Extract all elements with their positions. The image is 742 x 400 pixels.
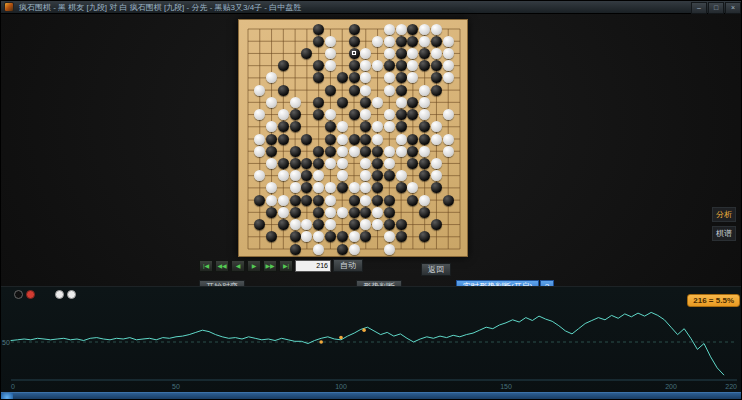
stone-white: [266, 195, 277, 206]
back-one-button[interactable]: ◀: [231, 260, 245, 272]
stone-white: [360, 195, 371, 206]
stone-white: [278, 109, 289, 120]
record-button[interactable]: 棋谱: [712, 226, 736, 241]
stone-black: [349, 60, 360, 71]
stone-white: [396, 134, 407, 145]
stone-black: [301, 195, 312, 206]
stone-black: [325, 85, 336, 96]
stone-black: [407, 134, 418, 145]
auto-play-button[interactable]: 自动: [333, 259, 363, 272]
stone-black: [407, 195, 418, 206]
stone-black: [313, 24, 324, 35]
stone-white: [325, 158, 336, 169]
stone-white: [337, 170, 348, 181]
stone-black: [384, 207, 395, 218]
stone-black: [407, 24, 418, 35]
stone-white: [349, 244, 360, 255]
stone-white: [278, 170, 289, 181]
svg-text:50: 50: [172, 383, 180, 390]
taskbar: [1, 392, 742, 400]
stone-white: [419, 85, 430, 96]
stone-black: [360, 134, 371, 145]
analysis-button[interactable]: 分析: [712, 207, 736, 222]
stone-white: [290, 97, 301, 108]
stone-white: [419, 146, 430, 157]
stone-black: [396, 219, 407, 230]
stone-black: [290, 244, 301, 255]
last-move-button[interactable]: ▶|: [279, 260, 293, 272]
stone-white: [349, 231, 360, 242]
stone-white: [290, 219, 301, 230]
stone-black: [313, 36, 324, 47]
stone-white: [372, 97, 383, 108]
stone-black: [349, 109, 360, 120]
stone-white: [325, 219, 336, 230]
close-button[interactable]: ×: [725, 2, 741, 14]
stone-white: [384, 48, 395, 59]
stone-white: [396, 24, 407, 35]
stone-black: [349, 36, 360, 47]
back-ten-button[interactable]: ◀◀: [215, 260, 229, 272]
stone-black: [290, 195, 301, 206]
minimize-button[interactable]: –: [691, 2, 707, 14]
titlebar: 疯石围棋 - 黑 棋友 [九段] 对 白 疯石围棋 [九段] - 分先 - 黑贴…: [1, 1, 742, 14]
back-button[interactable]: 返回: [421, 263, 451, 276]
stone-black: [290, 109, 301, 120]
stone-black: [384, 60, 395, 71]
forward-ten-button[interactable]: ▶▶: [263, 260, 277, 272]
stone-black: [325, 146, 336, 157]
stone-white: [349, 182, 360, 193]
svg-text:50: 50: [2, 339, 10, 346]
stone-black: [278, 85, 289, 96]
stone-black: [349, 24, 360, 35]
start-button[interactable]: [1, 393, 13, 400]
first-move-button[interactable]: |◀: [199, 260, 213, 272]
stone-white: [372, 207, 383, 218]
stone-white: [349, 146, 360, 157]
winrate-chart[interactable]: 50050100150200220: [1, 291, 742, 393]
stone-white: [443, 146, 454, 157]
stone-black: [396, 48, 407, 59]
stone-white: [419, 24, 430, 35]
go-board[interactable]: [238, 19, 468, 257]
stone-white: [325, 48, 336, 59]
svg-text:220: 220: [725, 383, 737, 390]
stone-black: [372, 158, 383, 169]
stone-white: [313, 244, 324, 255]
stone-white: [443, 134, 454, 145]
last-move-marker: [352, 51, 356, 55]
stone-white: [290, 182, 301, 193]
stone-white: [419, 97, 430, 108]
stone-black: [325, 134, 336, 145]
stone-white: [337, 134, 348, 145]
stone-black: [313, 97, 324, 108]
forward-one-button[interactable]: ▶: [247, 260, 261, 272]
app-icon: [4, 2, 14, 12]
stone-white: [254, 146, 265, 157]
stone-white: [419, 195, 430, 206]
stone-white: [254, 134, 265, 145]
stone-white: [372, 36, 383, 47]
stone-black: [349, 207, 360, 218]
stone-black: [313, 146, 324, 157]
stone-white: [254, 85, 265, 96]
stone-white: [443, 109, 454, 120]
move-number-input[interactable]: [295, 260, 331, 272]
stone-white: [443, 48, 454, 59]
stone-black: [301, 134, 312, 145]
stone-white: [431, 48, 442, 59]
maximize-button[interactable]: □: [708, 2, 724, 14]
stone-white: [431, 134, 442, 145]
stone-black: [266, 134, 277, 145]
winrate-panel: 50050100150200220 216 = 5.5%: [1, 286, 742, 394]
app-window: 疯石围棋 - 黑 棋友 [九段] 对 白 疯石围棋 [九段] - 分先 - 黑贴…: [0, 0, 742, 400]
window-title: 疯石围棋 - 黑 棋友 [九段] 对 白 疯石围棋 [九段] - 分先 - 黑贴…: [19, 2, 301, 13]
stone-white: [337, 158, 348, 169]
stone-white: [325, 109, 336, 120]
stone-black: [396, 72, 407, 83]
stone-black: [431, 36, 442, 47]
stone-white: [266, 97, 277, 108]
stone-black: [419, 134, 430, 145]
stone-white: [396, 146, 407, 157]
stone-white: [384, 36, 395, 47]
